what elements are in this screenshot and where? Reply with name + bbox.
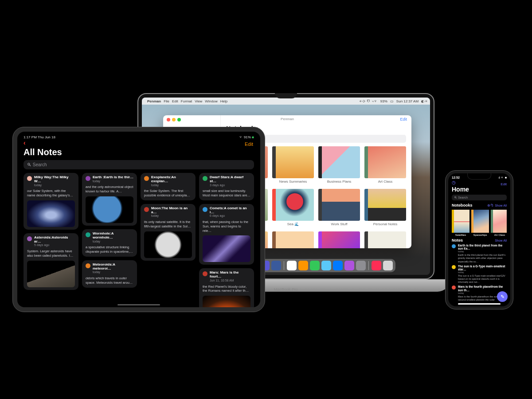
note-card[interactable]: Moon:The Moon is an a… today its only na… bbox=[141, 204, 196, 261]
home-icon[interactable]: ◷ bbox=[452, 180, 456, 185]
note-date: 5 days ago bbox=[34, 243, 75, 247]
menu-file[interactable]: File bbox=[164, 99, 169, 103]
note-color-dot bbox=[86, 263, 90, 268]
notebook-spine bbox=[318, 189, 322, 221]
notebook-art bbox=[493, 210, 507, 233]
dock-app-icon[interactable] bbox=[321, 261, 331, 270]
note-title: Milky Way:The Milky W… bbox=[34, 176, 75, 184]
notebook-item[interactable]: Business Plans bbox=[318, 146, 360, 184]
dock-app-icon[interactable] bbox=[344, 261, 354, 270]
menubar-extra-icons[interactable]: ◐ ≡ bbox=[421, 99, 427, 103]
iphone-page-title: Home bbox=[452, 186, 507, 193]
note-thumbnail bbox=[203, 296, 250, 307]
notebook-art bbox=[322, 189, 360, 221]
notebook-spine bbox=[364, 146, 368, 178]
note-preview: and the only astronomical object known t… bbox=[86, 185, 133, 194]
notebook-label: Sea 🌊 bbox=[272, 222, 314, 226]
notes-heading: Notes bbox=[452, 238, 463, 243]
note-preview: Earth is the third planet from the sun E… bbox=[458, 254, 507, 263]
notebook-item[interactable]: Satellites bbox=[452, 210, 469, 236]
menu-edit[interactable]: Edit bbox=[172, 99, 178, 103]
note-card[interactable]: Dwarf Stars:A dwarf st… 3 days ago small… bbox=[199, 173, 254, 200]
menu-window[interactable]: Window bbox=[205, 99, 217, 103]
notebook-label: Art Class bbox=[491, 234, 507, 236]
dock-app-icon[interactable] bbox=[287, 261, 297, 270]
window-traffic-lights[interactable] bbox=[167, 118, 181, 121]
home-indicator[interactable] bbox=[117, 304, 160, 305]
note-title: Comets:A comet is an i… bbox=[210, 207, 250, 215]
notebook-item[interactable]: Art Class bbox=[491, 210, 507, 236]
notebook-art bbox=[322, 146, 360, 178]
note-card[interactable]: Mars: Mars is the fourt… Jun 11, 10:58 A… bbox=[199, 268, 254, 307]
note-card[interactable]: Exoplanets:An exoplan… today the Solar S… bbox=[141, 173, 196, 200]
iphone-edit-button[interactable]: Edit bbox=[501, 182, 507, 186]
new-folder-icon[interactable]: ⊕📁︎ bbox=[487, 203, 494, 207]
notebook-art bbox=[368, 231, 406, 248]
note-card[interactable]: Meteoroids:A meteoroi… today debris whic… bbox=[82, 260, 137, 288]
iphone-notch bbox=[467, 173, 491, 180]
minimize-icon[interactable] bbox=[172, 118, 176, 121]
menu-view[interactable]: View bbox=[195, 99, 202, 103]
notebook-item[interactable]: Personal Notes bbox=[364, 189, 406, 226]
home-indicator[interactable] bbox=[458, 303, 501, 305]
close-icon[interactable] bbox=[167, 118, 170, 121]
note-title: Earth is the third planet from the sun E… bbox=[458, 244, 507, 250]
menubar-icons[interactable]: ⌾ ⟳ ⛉ ⌥ ᯤ bbox=[360, 99, 378, 103]
note-row[interactable]: Earth is the third planet from the sun E… bbox=[452, 244, 507, 253]
note-card[interactable]: Earth :Earth is the thir… today and the … bbox=[82, 173, 137, 226]
notebook-item[interactable]: Art Class bbox=[364, 146, 406, 184]
menu-help[interactable]: Help bbox=[220, 99, 227, 103]
dock-app-icon[interactable] bbox=[333, 261, 343, 270]
note-title: Exoplanets:An exoplan… bbox=[151, 176, 192, 184]
dock-app-icon[interactable] bbox=[383, 261, 393, 270]
iphone-clock: 12:52 bbox=[452, 176, 460, 179]
dock-app-icon[interactable] bbox=[271, 261, 281, 270]
show-all-notes-link[interactable]: Show All bbox=[495, 239, 507, 242]
notebook-item[interactable] bbox=[318, 231, 360, 248]
note-card[interactable]: Comets:A comet is an i… 6 days ago that,… bbox=[199, 204, 254, 265]
back-button[interactable]: ‹ bbox=[23, 139, 26, 146]
menubar-battery[interactable]: 93% bbox=[380, 99, 387, 103]
macos-menubar: Penman File Edit Format View Window Help… bbox=[142, 98, 430, 105]
window-title: Penman bbox=[281, 117, 294, 121]
ipad-edit-button[interactable]: Edit bbox=[245, 141, 253, 147]
note-color-dot bbox=[203, 271, 207, 276]
ipad-search[interactable]: 🔍︎ Search bbox=[23, 160, 254, 169]
macbook-notch bbox=[275, 93, 297, 98]
note-row[interactable]: The sun is a G-Type main-smallest star… … bbox=[452, 265, 507, 274]
note-preview: our Solar System, with the name describi… bbox=[27, 189, 75, 198]
dock-separator bbox=[284, 261, 284, 270]
iphone-search[interactable]: 🔍︎ Search bbox=[452, 195, 507, 200]
compose-icon: ✎ bbox=[501, 294, 505, 300]
notebook-item[interactable]: Sea 🌊 bbox=[272, 189, 314, 226]
notebook-item[interactable]: Work Stuff bbox=[318, 189, 360, 226]
dock-app-icon[interactable] bbox=[356, 261, 366, 270]
notebook-spine bbox=[364, 231, 368, 248]
note-title: Moon:The Moon is an a… bbox=[151, 207, 192, 215]
note-preview: System. Larger asteroids have also been … bbox=[27, 249, 75, 258]
notebook-item[interactable] bbox=[272, 231, 314, 248]
notebook-item[interactable]: Spaceships bbox=[471, 210, 489, 236]
compose-button[interactable]: ✎ bbox=[497, 291, 508, 302]
note-card[interactable]: Wormhole:A wormhole… today a speculative… bbox=[82, 229, 137, 257]
notebook-item[interactable] bbox=[364, 231, 406, 248]
dock-app-icon[interactable] bbox=[298, 261, 308, 270]
menubar-app-name[interactable]: Penman bbox=[147, 99, 161, 103]
dock-app-icon[interactable] bbox=[310, 261, 320, 270]
show-all-link[interactable]: Show All bbox=[495, 204, 507, 207]
note-color-dot bbox=[452, 244, 456, 248]
notebook-item[interactable]: News Summaries bbox=[272, 146, 314, 184]
note-card[interactable]: Milky Way:The Milky W… today our Solar S… bbox=[23, 173, 78, 230]
note-color-dot bbox=[452, 265, 456, 269]
iphone-status-icons: ıl ᯤ ■ bbox=[498, 176, 507, 179]
notebook-spine bbox=[318, 146, 322, 178]
note-color-dot bbox=[144, 207, 149, 212]
zoom-icon[interactable] bbox=[177, 118, 181, 121]
iphone-notebooks-row[interactable]: Satellites Spaceships Art Class bbox=[452, 210, 507, 236]
edit-button[interactable]: Edit bbox=[400, 117, 407, 121]
dock-app-icon[interactable] bbox=[372, 261, 381, 270]
notebook-label: Personal Notes bbox=[364, 222, 406, 226]
note-card[interactable]: Asteroids:Asteroids ar… 5 days ago Syste… bbox=[23, 233, 78, 290]
menu-format[interactable]: Format bbox=[181, 99, 192, 103]
note-title: The sun is a G-Type main-smallest star… bbox=[458, 265, 507, 271]
